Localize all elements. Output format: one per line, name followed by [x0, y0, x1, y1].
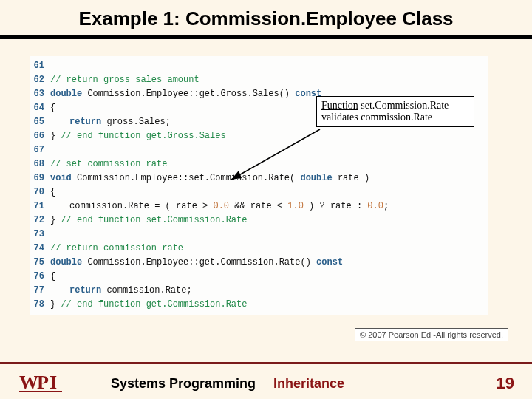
slide-title: Example 1: Commission.Employee Class [0, 7, 532, 30]
svg-line-0 [231, 129, 320, 180]
code-line: 76{ [30, 270, 488, 284]
code-line: 73 [30, 228, 488, 242]
code-line: 77return commission.Rate; [30, 284, 488, 298]
code-line: 61 [30, 59, 488, 73]
svg-text:I: I [50, 372, 57, 393]
svg-marker-1 [231, 171, 242, 180]
code-line: 74// return commission rate [30, 242, 488, 256]
code-line: 71commission.Rate = ( rate > 0.0 && rate… [30, 200, 488, 214]
wpi-logo-icon: W P I [19, 369, 71, 395]
callout-text-underline: Function [321, 100, 358, 111]
svg-text:W: W [19, 372, 38, 393]
title-divider [0, 35, 532, 39]
copyright-notice: © 2007 Pearson Ed -All rights reserved. [355, 328, 508, 341]
code-line: 75double Commission.Employee::get.Commis… [30, 256, 488, 270]
callout-arrow-icon [225, 126, 329, 193]
svg-text:P: P [37, 372, 49, 393]
footer-course: Systems Programming [111, 376, 256, 392]
footer-topic: Inheritance [273, 376, 344, 392]
slide-title-area: Example 1: Commission.Employee Class [0, 0, 532, 30]
callout-text: validates commission.Rate [321, 112, 432, 123]
page-number: 19 [497, 374, 514, 393]
annotation-callout: Function set.Commission.Rate validates c… [316, 96, 474, 127]
code-line: 78} // end function get.Commission.Rate [30, 298, 488, 312]
callout-text: set.Commission.Rate [361, 100, 449, 111]
code-line: 72} // end function set.Commission.Rate [30, 214, 488, 228]
code-line: 62// return gross sales amount [30, 73, 488, 87]
slide-footer: W P I Systems Programming Inheritance 19 [0, 362, 532, 399]
